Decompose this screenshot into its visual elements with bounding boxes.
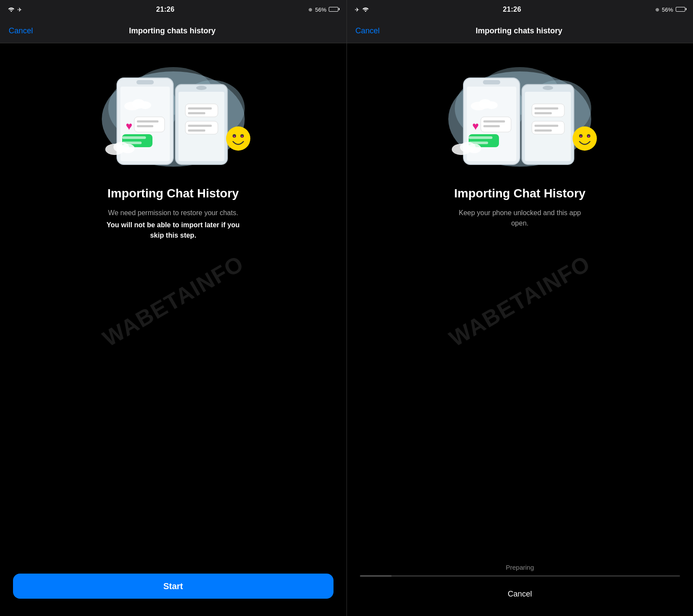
svg-rect-24 — [188, 125, 212, 127]
left-cancel-button[interactable]: Cancel — [9, 26, 33, 35]
svg-rect-44 — [481, 117, 511, 132]
right-screen-title: Importing Chat History — [454, 186, 586, 201]
wifi-icon — [8, 6, 15, 13]
svg-rect-10 — [134, 117, 165, 132]
svg-rect-56 — [534, 112, 552, 114]
battery-percent-left: 56% — [315, 6, 326, 13]
right-nav: Cancel Importing chats history — [346, 19, 693, 43]
progress-bar — [360, 575, 680, 577]
battery-icon-right — [676, 6, 685, 13]
svg-text:♥: ♥ — [580, 135, 582, 139]
right-illustration: ♥ — [347, 43, 693, 173]
svg-text:♥: ♥ — [233, 135, 235, 139]
svg-rect-20 — [185, 104, 218, 117]
left-content: Importing Chat History We need permissio… — [82, 173, 264, 241]
watermark-left: WABETAINFO — [98, 250, 248, 352]
battery-percent-right: 56% — [662, 6, 673, 13]
left-panel: ♥ — [0, 43, 346, 616]
svg-rect-57 — [532, 121, 564, 134]
right-content: Importing Chat History Keep your phone u… — [433, 173, 606, 229]
right-panel: ♥ — [347, 43, 693, 616]
svg-point-67 — [467, 144, 481, 153]
right-desc-line1: Keep your phone unlocked and this app op… — [450, 208, 589, 229]
left-nav: Cancel Importing chats history — [0, 19, 346, 43]
left-time: 21:26 — [156, 6, 175, 13]
svg-rect-55 — [534, 107, 558, 110]
left-status-right: ⊕ 56% — [308, 6, 338, 13]
left-desc-line1: We need permission to restore your chats… — [108, 208, 238, 218]
right-status-bar: ✈ 21:26 ⊕ 56% — [346, 0, 693, 19]
svg-rect-21 — [188, 107, 212, 110]
svg-rect-23 — [185, 121, 218, 134]
preparing-label: Preparing — [506, 564, 534, 571]
svg-rect-22 — [188, 112, 205, 114]
airplane-icon: ✈ — [17, 6, 22, 13]
left-nav-title: Importing chats history — [129, 26, 216, 35]
svg-point-52 — [543, 86, 553, 90]
left-bottom-area: Start — [0, 574, 346, 616]
right-bottom-area: Preparing Cancel — [347, 564, 693, 616]
progress-bar-fill — [360, 575, 392, 577]
svg-text:♥: ♥ — [126, 119, 132, 132]
right-cancel-text-button[interactable]: Cancel — [508, 590, 532, 599]
battery-icon-left — [329, 6, 338, 13]
location-icon: ⊕ — [308, 7, 312, 13]
svg-rect-54 — [532, 104, 564, 117]
svg-point-33 — [121, 144, 135, 153]
left-screen-title: Importing Chat History — [107, 186, 239, 201]
status-bar-row: ✈ 21:26 ⊕ 56% ✈ 21:26 — [0, 0, 693, 19]
svg-point-16 — [139, 101, 151, 109]
location-icon-right: ⊕ — [655, 7, 659, 13]
svg-rect-42 — [469, 136, 492, 139]
svg-rect-58 — [534, 125, 558, 127]
svg-rect-25 — [188, 129, 205, 132]
svg-rect-8 — [122, 136, 146, 139]
right-time: 21:26 — [503, 6, 521, 13]
airplane-icon-right: ✈ — [355, 6, 359, 13]
svg-rect-46 — [483, 125, 500, 127]
svg-point-50 — [486, 101, 498, 109]
left-status-icons: ✈ — [8, 6, 22, 13]
svg-rect-45 — [483, 120, 505, 123]
wifi-icon-right — [362, 6, 369, 13]
svg-point-18 — [196, 86, 207, 90]
right-cancel-button[interactable]: Cancel — [356, 26, 380, 35]
svg-text:♥: ♥ — [241, 135, 243, 139]
svg-rect-11 — [137, 120, 159, 123]
svg-rect-5 — [136, 80, 154, 84]
svg-point-26 — [226, 126, 250, 151]
svg-rect-39 — [483, 80, 500, 84]
start-button-label: Start — [163, 581, 183, 591]
svg-point-60 — [573, 126, 597, 151]
right-status-right: ⊕ 56% — [655, 6, 685, 13]
right-nav-title: Importing chats history — [476, 26, 562, 35]
svg-rect-59 — [534, 129, 552, 132]
watermark-right: WABETAINFO — [445, 250, 595, 352]
panels-container: ♥ — [0, 43, 693, 616]
start-button[interactable]: Start — [13, 574, 334, 599]
right-status-icons: ✈ — [355, 6, 369, 13]
left-status-bar: ✈ 21:26 ⊕ 56% — [0, 0, 346, 19]
nav-bar-row: Cancel Importing chats history Cancel Im… — [0, 19, 693, 43]
svg-rect-12 — [137, 125, 153, 127]
left-illustration: ♥ — [0, 43, 346, 173]
svg-text:♥: ♥ — [588, 135, 590, 139]
svg-text:♥: ♥ — [473, 119, 479, 132]
left-desc-line2: You will not be able to import later if … — [100, 220, 247, 241]
